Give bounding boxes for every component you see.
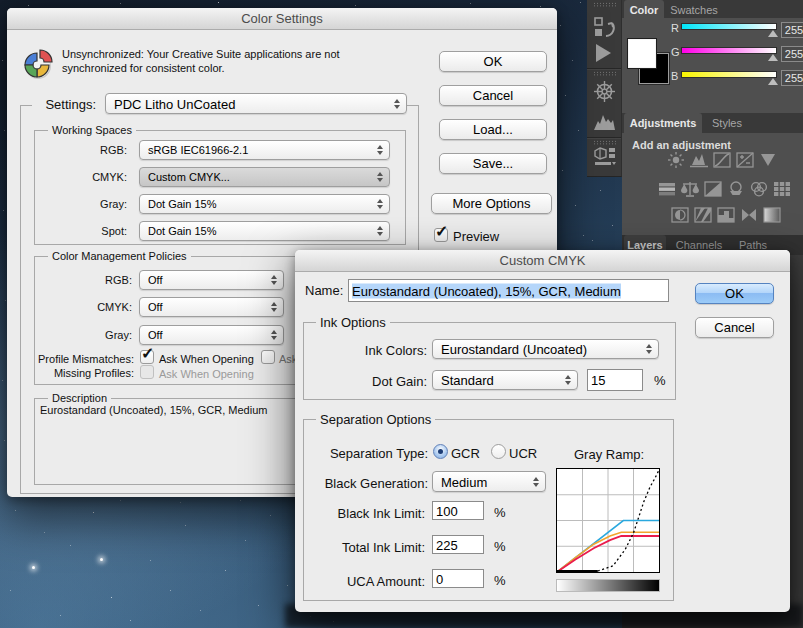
posterize-icon[interactable] <box>693 207 713 223</box>
missing-ask-checkbox[interactable] <box>140 365 154 379</box>
dot-gain-field[interactable]: 15 <box>587 369 643 391</box>
slider-label-b: B <box>671 70 678 82</box>
ws-cmyk-label: CMYK: <box>47 171 127 183</box>
red-slider-thumb[interactable] <box>768 30 778 37</box>
selective-color-icon[interactable] <box>739 207 759 223</box>
ws-cmyk-dropdown[interactable]: Custom CMYK... <box>139 167 390 187</box>
cmp-gray-label: Gray: <box>52 329 132 341</box>
ask-when-opening-checkbox[interactable]: ✓ <box>140 350 154 364</box>
threshold-icon[interactable] <box>716 207 736 223</box>
stepper-arrows-icon <box>271 275 277 285</box>
ok-button[interactable]: OK <box>439 51 547 72</box>
black-generation-dropdown[interactable]: Medium <box>432 471 546 492</box>
history-icon[interactable] <box>594 15 616 41</box>
properties-3d-icon[interactable] <box>593 146 617 168</box>
black-ink-limit-field[interactable]: 100 <box>432 501 484 520</box>
gradient-map-icon[interactable] <box>762 207 782 223</box>
gray-ramp-label: Gray Ramp: <box>574 447 644 462</box>
checkmark-icon: ✓ <box>141 344 154 363</box>
slider-label-r: R <box>671 22 679 34</box>
invert-icon[interactable] <box>670 207 690 223</box>
channel-mixer-icon[interactable] <box>749 181 769 197</box>
dot-gain-dropdown[interactable]: Standard <box>432 370 578 390</box>
green-value[interactable]: 255 <box>781 46 803 62</box>
missing-profiles-label: Missing Profiles: <box>27 367 134 379</box>
checkmark-icon: ✓ <box>435 222 448 241</box>
color-balance-icon[interactable] <box>680 181 700 197</box>
load-button[interactable]: Load... <box>439 119 547 140</box>
photo-filter-icon[interactable] <box>726 181 746 197</box>
red-value[interactable]: 255 <box>781 22 803 38</box>
blue-slider[interactable] <box>681 71 777 78</box>
blue-value[interactable]: 255 <box>781 70 803 86</box>
black-white-icon[interactable] <box>703 181 723 197</box>
panel-dock-strip <box>587 0 622 177</box>
black-ink-limit-percent: % <box>494 505 506 520</box>
histogram-icon[interactable] <box>593 111 616 132</box>
ws-rgb-dropdown[interactable]: sRGB IEC61966-2.1 <box>139 140 390 160</box>
preview-checkbox[interactable]: ✓ <box>434 228 448 242</box>
tab-color[interactable]: Color <box>624 0 664 18</box>
description-text: Eurostandard (Uncoated), 15%, GCR, Mediu… <box>40 404 267 416</box>
total-ink-limit-field[interactable]: 225 <box>432 535 484 554</box>
ws-spot-label: Spot: <box>47 225 127 237</box>
green-slider-thumb[interactable] <box>768 54 778 61</box>
sync-status-icon <box>20 44 58 82</box>
stepper-arrows-icon <box>271 330 277 340</box>
cmp-cmyk-dropdown[interactable]: Off <box>139 297 284 317</box>
ws-gray-label: Gray: <box>47 198 127 210</box>
uca-amount-label: UCA Amount: <box>325 574 425 589</box>
ok-button[interactable]: OK <box>695 283 774 304</box>
ws-rgb-label: RGB: <box>47 144 127 156</box>
ws-spot-dropdown[interactable]: Dot Gain 15% <box>139 221 390 241</box>
name-field[interactable]: Eurostandard (Uncoated), 15%, GCR, Mediu… <box>348 279 669 302</box>
stepper-arrows-icon <box>394 99 400 109</box>
cmp-gray-dropdown[interactable]: Off <box>139 325 284 345</box>
drag-handle[interactable] <box>593 71 616 76</box>
green-slider[interactable] <box>681 47 777 54</box>
levels-icon[interactable] <box>689 152 709 168</box>
hue-saturation-icon[interactable] <box>657 181 677 197</box>
color-settings-titlebar[interactable]: Color Settings <box>7 8 557 30</box>
add-adjustment-heading: Add an adjustment <box>632 139 731 151</box>
cancel-button[interactable]: Cancel <box>695 317 774 338</box>
navigator-wheel-icon[interactable] <box>593 80 616 103</box>
drag-handle[interactable] <box>593 140 616 145</box>
gray-ramp-graph <box>556 468 660 573</box>
ws-gray-dropdown[interactable]: Dot Gain 15% <box>139 194 390 214</box>
foreground-color-swatch[interactable] <box>627 38 657 69</box>
vibrance-icon[interactable] <box>758 152 778 168</box>
ucr-radio[interactable] <box>491 444 506 459</box>
tab-styles[interactable]: Styles <box>704 113 750 133</box>
ink-colors-dropdown[interactable]: Eurostandard (Uncoated) <box>432 339 659 359</box>
cmp-rgb-label: RGB: <box>52 274 132 286</box>
ask-when-pasting-checkbox[interactable] <box>261 350 275 364</box>
cancel-button[interactable]: Cancel <box>439 85 547 106</box>
save-button[interactable]: Save... <box>439 153 547 174</box>
stepper-arrows-icon <box>377 172 383 182</box>
stepper-arrows-icon <box>377 226 383 236</box>
color-lookup-icon[interactable] <box>772 181 792 197</box>
tab-swatches[interactable]: Swatches <box>664 0 724 18</box>
separation-options-label: Separation Options <box>316 412 435 427</box>
working-spaces-label: Working Spaces <box>48 124 136 136</box>
gcr-radio[interactable] <box>433 444 448 459</box>
dot-gain-percent: % <box>654 373 666 388</box>
blue-slider-thumb[interactable] <box>768 78 778 85</box>
cmp-rgb-dropdown[interactable]: Off <box>139 270 284 290</box>
brightness-contrast-icon[interactable] <box>666 152 686 168</box>
gcr-label: GCR <box>451 446 480 461</box>
exposure-icon[interactable] <box>735 152 755 168</box>
red-slider[interactable] <box>681 23 777 30</box>
tab-adjustments[interactable]: Adjustments <box>624 113 702 133</box>
uca-amount-field[interactable]: 0 <box>432 569 484 588</box>
curves-icon[interactable] <box>712 152 732 168</box>
desktop: { "color_settings": { "title": "Color Se… <box>0 0 803 628</box>
drag-handle[interactable] <box>593 2 616 7</box>
settings-dropdown[interactable]: PDC Litho UnCoated <box>105 93 407 114</box>
black-ink-limit-label: Black Ink Limit: <box>325 506 425 521</box>
actions-play-icon[interactable] <box>596 44 611 62</box>
stepper-arrows-icon <box>271 302 277 312</box>
custom-cmyk-titlebar[interactable]: Custom CMYK <box>295 250 790 272</box>
more-options-button[interactable]: More Options <box>431 193 552 214</box>
